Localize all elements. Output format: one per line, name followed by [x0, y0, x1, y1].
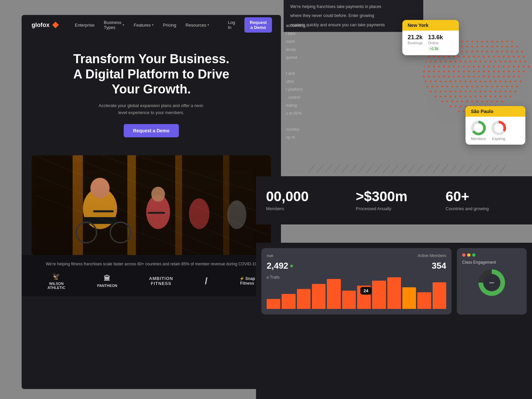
bar-item: [267, 299, 280, 309]
svg-point-139: [433, 71, 435, 72]
svg-point-120: [448, 66, 450, 67]
svg-point-88: [498, 56, 500, 58]
svg-point-235: [435, 96, 437, 97]
svg-point-221: [450, 91, 452, 92]
svg-point-137: [423, 71, 425, 72]
svg-point-85: [483, 56, 485, 58]
svg-point-175: [508, 76, 510, 77]
svg-point-252: [447, 101, 448, 102]
svg-point-222: [455, 91, 457, 92]
hero-section: Transform Your Business. A Digital Platf…: [22, 35, 281, 147]
sao-paulo-card: São Paulo Members Expiring: [466, 106, 525, 145]
ny-city-name: New York: [408, 23, 454, 28]
svg-point-90: [508, 56, 510, 58]
sp-card-body: Members Expiring: [466, 117, 525, 145]
svg-point-185: [460, 81, 462, 82]
bar-item: [342, 291, 356, 309]
svg-point-250: [510, 96, 511, 97]
svg-point-211: [491, 86, 493, 87]
svg-point-138: [428, 71, 430, 72]
svg-line-291: [342, 165, 348, 173]
svg-point-106: [485, 61, 486, 63]
svg-line-296: [383, 165, 390, 173]
svg-point-253: [452, 101, 453, 102]
svg-point-261: [491, 101, 493, 102]
svg-point-112: [515, 61, 516, 63]
svg-point-146: [468, 71, 470, 72]
chevron-down-icon: ▾: [207, 23, 209, 27]
svg-line-293: [358, 165, 365, 173]
svg-point-155: [513, 71, 515, 72]
svg-point-192: [495, 81, 496, 82]
svg-point-240: [460, 96, 462, 97]
svg-point-130: [498, 66, 500, 67]
brand-ambition: AMBITIONFITNESS: [149, 276, 173, 286]
svg-point-32: [486, 41, 488, 43]
svg-point-254: [457, 101, 458, 102]
svg-line-288: [317, 165, 324, 173]
stat-countries: 60+ Countries and growing: [446, 190, 522, 211]
chart-tooltip: 24: [360, 287, 371, 295]
ny-online-stat: 13.6k Online +1.5k: [428, 34, 443, 51]
svg-point-105: [480, 61, 481, 63]
svg-point-74: [428, 56, 430, 58]
svg-point-170: [483, 76, 485, 77]
logo[interactable]: glofox: [32, 22, 59, 29]
svg-point-141: [443, 71, 445, 72]
bar-item: [282, 294, 295, 309]
svg-point-98: [445, 61, 447, 63]
svg-point-119: [443, 66, 445, 67]
bar-item: [417, 292, 431, 309]
svg-point-203: [452, 86, 453, 87]
revenue-value-group: 2,492: [267, 261, 293, 271]
revenue-card-header: nue Active Members: [267, 253, 446, 258]
svg-point-71: [511, 51, 513, 53]
nav-business-types[interactable]: Business Types ▾: [104, 20, 124, 30]
svg-point-196: [515, 81, 516, 82]
sp-card-header: São Paulo: [466, 106, 525, 117]
svg-point-67: [491, 51, 493, 53]
request-demo-nav-button[interactable]: Request a Demo: [244, 17, 272, 33]
ny-card-header: New York: [402, 20, 459, 31]
svg-point-92: [518, 56, 520, 58]
nav-enterprise[interactable]: Enterprise: [75, 23, 94, 28]
revenue-label: nue: [267, 253, 273, 258]
svg-point-228: [485, 91, 486, 92]
svg-point-181: [440, 81, 442, 82]
svg-point-209: [481, 86, 483, 87]
svg-point-200: [437, 86, 438, 87]
svg-point-118: [438, 66, 440, 67]
svg-point-123: [463, 66, 465, 67]
nav-features[interactable]: Features ▾: [134, 23, 154, 28]
svg-point-34: [496, 41, 498, 43]
svg-point-216: [516, 86, 518, 87]
svg-point-212: [496, 86, 498, 87]
window-controls: [462, 253, 521, 257]
svg-point-246: [490, 96, 491, 97]
revenue-card: nue Active Members 2,492 354 e Trails 24: [261, 248, 452, 315]
logo-text: glofox: [32, 22, 50, 29]
request-demo-hero-button[interactable]: Request a Demo: [124, 124, 179, 137]
svg-point-247: [495, 96, 496, 97]
svg-point-53: [511, 46, 513, 48]
svg-point-117: [433, 66, 435, 67]
login-button[interactable]: Log In: [228, 20, 235, 30]
nav-resources[interactable]: Resources ▾: [186, 23, 209, 28]
main-panel: glofox Enterprise Business Types ▾ Featu…: [22, 15, 281, 389]
members-donut: [471, 121, 486, 135]
minimize-icon: [467, 253, 470, 257]
hero-headline: Transform Your Business. A Digital Platf…: [65, 52, 238, 97]
svg-point-95: [430, 61, 432, 63]
svg-point-104: [475, 61, 476, 63]
svg-point-243: [475, 96, 476, 97]
svg-point-236: [440, 96, 442, 97]
svg-point-154: [508, 71, 510, 72]
svg-point-187: [470, 81, 471, 82]
stats-description: We're helping fitness franchises scale f…: [32, 262, 271, 266]
class-engagement-card: Class Engagement —: [457, 248, 527, 315]
svg-point-259: [481, 101, 483, 102]
dashboard-section: nue Active Members 2,492 354 e Trails 24: [256, 243, 532, 399]
svg-point-129: [493, 66, 495, 67]
nav-pricing[interactable]: Pricing: [163, 23, 176, 28]
svg-point-80: [458, 56, 460, 58]
